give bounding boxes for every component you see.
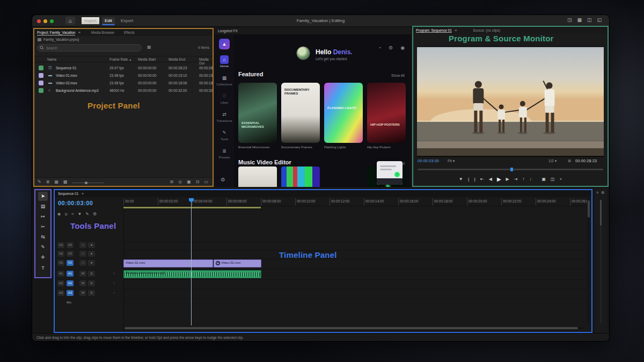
mute-button[interactable]: M (79, 271, 86, 277)
notifications-icon[interactable]: ◔ (378, 45, 381, 50)
add-marker-button[interactable]: ▼ (459, 177, 463, 182)
table-row[interactable]: ◫ Sequence 01 29.97 fps 00:00:00:00 00:0… (34, 64, 213, 71)
scrollbar-handle[interactable] (588, 200, 590, 218)
table-row[interactable]: ▬ Video 02.mov 23.98 fps 00:00:00:00 00:… (34, 79, 213, 86)
sidebar-item-presets[interactable]: ≣ Presets (215, 145, 234, 159)
eye-icon[interactable]: ● (88, 242, 95, 248)
template-card[interactable]: ESSENTIAL MICROMOVES (238, 83, 277, 143)
sidebar-item-collections[interactable]: ▦ Collections (215, 72, 234, 86)
mute-button[interactable]: M (79, 280, 86, 286)
video-clip[interactable]: fxVideo 02.mov (214, 259, 261, 267)
sidebar-item-transitions[interactable]: ⇄ Transitions (215, 108, 234, 122)
track-select-tool-button[interactable]: ▤ (38, 202, 48, 211)
panel-menu-icon[interactable]: ≡ (82, 192, 84, 196)
record-arm-icon[interactable]: ○ (111, 280, 118, 286)
source-patch[interactable]: V2 (57, 251, 64, 257)
timeline-timecode[interactable]: 00:00:03:00 (58, 200, 93, 206)
floating-template-card[interactable]: › (377, 161, 402, 185)
sidebar-item-home[interactable]: ⌂ Home (215, 54, 234, 68)
slip-tool-button[interactable]: ⇆ (38, 233, 48, 242)
scrollbar-handle[interactable] (600, 200, 602, 226)
edit-icon[interactable]: ✎ (85, 212, 89, 216)
filter-icon[interactable]: ▦ (147, 45, 151, 49)
audio-clip[interactable]: Background Ambience.mp3 (123, 270, 261, 278)
solo-button[interactable]: S (88, 271, 95, 277)
tab-effects[interactable]: Effects (124, 31, 135, 34)
lock-icon[interactable]: □ (79, 260, 86, 266)
solo-button[interactable]: S (88, 280, 95, 286)
step-forward-button[interactable]: ▶ (506, 177, 509, 182)
col-media-start[interactable]: Media Start (138, 57, 156, 61)
breadcrumb[interactable]: Family_Vacation.prproj (38, 38, 79, 41)
mix-track-label[interactable]: Mix (67, 300, 71, 306)
track-target[interactable]: V2 (67, 251, 74, 257)
solo-button[interactable]: S (88, 290, 95, 296)
apply-icon[interactable]: › (394, 172, 400, 177)
template-thumb[interactable] (324, 166, 363, 187)
ripple-edit-tool-button[interactable]: ↦ (38, 212, 48, 221)
play-button[interactable]: ▶ (497, 176, 501, 182)
label-chip[interactable] (39, 81, 43, 85)
button-editor-button[interactable]: + (560, 177, 562, 182)
selection-tool-button[interactable]: ➤ (38, 192, 48, 201)
table-row[interactable]: ▬ Video 01.mov 23.98 fps 00:00:00:00 00:… (34, 72, 213, 79)
fit-dropdown[interactable]: Fit ▾ (448, 159, 455, 163)
gear-icon[interactable]: ⚙ (221, 177, 225, 183)
work-area-bar[interactable] (123, 207, 261, 208)
template-thumb[interactable] (238, 166, 277, 187)
track-target[interactable]: V3 (67, 242, 74, 248)
label-chip[interactable] (39, 88, 43, 93)
col-media-end[interactable]: Media End (169, 57, 185, 61)
eye-icon[interactable]: ● (88, 251, 95, 257)
sidebar-item-tools[interactable]: ✎ Tools (215, 127, 234, 141)
current-timecode[interactable]: 00:00:03:00 (418, 159, 439, 163)
export-frame-button[interactable]: ▣ (541, 177, 546, 182)
mute-button[interactable]: M (79, 290, 86, 296)
linked-selection-icon[interactable]: ≈ (71, 212, 74, 216)
progress-dashboard-icon[interactable]: ◫ (587, 17, 592, 23)
label-chip[interactable] (39, 73, 43, 78)
col-name[interactable]: Name (47, 57, 56, 61)
source-patch[interactable]: A2 (57, 280, 64, 286)
track-target[interactable]: A2 (67, 280, 74, 286)
snap-icon[interactable]: ∪ (64, 212, 68, 216)
tab-source[interactable]: Source: (no clips) (473, 28, 500, 32)
track-target[interactable]: V1 (67, 260, 74, 266)
lift-button[interactable]: ↑ (522, 177, 524, 182)
fullscreen-icon[interactable]: ◱ (597, 17, 602, 23)
panel-menu-icon[interactable]: ≡ (455, 28, 457, 32)
video-clip[interactable]: Video 01.mov (123, 259, 213, 267)
go-to-in-button[interactable]: ⇤ (480, 177, 484, 182)
playhead[interactable] (191, 198, 192, 325)
icon-view-icon[interactable]: ▦ (54, 179, 58, 184)
sidebar-item-likes[interactable]: ♡ Likes (215, 90, 234, 104)
resolution-dropdown[interactable]: 1/2 ▾ (548, 159, 557, 163)
panel-menu-icon[interactable]: ≡ (78, 31, 80, 34)
zoom-slider[interactable] (72, 183, 104, 183)
go-to-out-button[interactable]: ⇥ (514, 177, 518, 182)
show-all-link[interactable]: Show All (391, 74, 405, 77)
lock-icon[interactable]: □ (79, 242, 86, 248)
table-row[interactable]: ♪ Background Ambience.mp3 48000 Hz 00:00… (34, 87, 213, 94)
writable-icon[interactable]: ✎ (38, 179, 41, 184)
gear-icon[interactable]: ⚙ (601, 191, 604, 195)
delete-icon[interactable]: ▭ (204, 179, 208, 184)
mark-out-button[interactable]: } (474, 177, 475, 182)
hand-tool-button[interactable]: ✛ (38, 253, 48, 262)
template-card[interactable]: DOCUMENTARY FRAMES (281, 83, 320, 143)
new-bin-icon[interactable]: ▣ (187, 179, 191, 184)
scrollbar-handle[interactable] (125, 327, 578, 329)
template-card[interactable]: FLASHING LIGHTS (324, 83, 363, 143)
source-patch[interactable]: V3 (57, 242, 64, 248)
workspaces-icon[interactable]: ▦ (577, 17, 582, 23)
app-vertical-scrollbar[interactable] (600, 200, 602, 323)
list-view-icon[interactable]: ≣ (46, 179, 50, 184)
extension-tab[interactable]: Longshot FX (215, 28, 411, 34)
avatar[interactable] (296, 46, 310, 60)
timeline-vertical-scrollbar[interactable] (588, 199, 590, 324)
automate-sequence-icon[interactable]: ⊞ (170, 179, 173, 184)
eye-icon[interactable]: ● (88, 260, 95, 266)
type-tool-button[interactable]: T (38, 264, 48, 273)
tab-media-browser[interactable]: Media Browser (91, 31, 114, 34)
col-frame-rate[interactable]: Frame Rate ▲ (109, 57, 131, 61)
